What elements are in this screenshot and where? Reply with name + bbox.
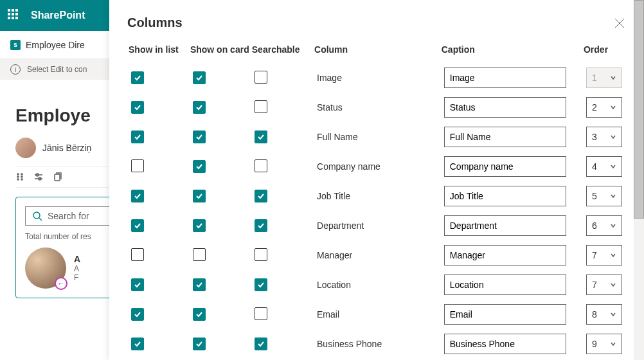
show-in-list-checkbox[interactable] xyxy=(131,278,144,291)
svg-rect-10 xyxy=(55,174,60,181)
scrollbar-thumb[interactable] xyxy=(634,0,644,219)
breadcrumb-label[interactable]: Employee Dire xyxy=(26,40,85,50)
column-name: Department xyxy=(317,221,364,231)
app-launcher-icon[interactable] xyxy=(8,9,21,22)
caption-input[interactable] xyxy=(444,68,566,88)
show-in-list-checkbox[interactable] xyxy=(131,101,144,114)
table-row: Business Phone9 xyxy=(129,330,625,358)
order-select[interactable]: 5 xyxy=(586,186,622,206)
table-row: Location7 xyxy=(129,271,625,299)
order-select[interactable]: 8 xyxy=(586,304,622,325)
employee-name: A xyxy=(74,254,80,264)
caption-input[interactable] xyxy=(444,274,566,295)
drag-handle-icon[interactable] xyxy=(15,172,24,181)
message-text: Select Edit to con xyxy=(27,65,87,74)
searchable-checkbox[interactable] xyxy=(255,278,267,291)
show-in-list-checkbox[interactable] xyxy=(131,159,144,172)
order-value: 9 xyxy=(592,339,597,349)
chevron-down-icon xyxy=(610,75,616,81)
order-value: 7 xyxy=(592,280,597,290)
show-on-card-checkbox[interactable] xyxy=(193,101,206,114)
presence-badge-icon: ← xyxy=(55,277,67,290)
columns-panel: Columns Show in list Show on card Search… xyxy=(109,0,644,360)
table-row: Job Title5 xyxy=(129,182,625,210)
caption-input[interactable] xyxy=(444,186,566,206)
show-in-list-checkbox[interactable] xyxy=(131,219,144,232)
searchable-checkbox[interactable] xyxy=(255,159,267,172)
table-row: Company name4 xyxy=(129,152,625,181)
caption-input[interactable] xyxy=(444,156,566,177)
show-on-card-checkbox[interactable] xyxy=(193,160,206,173)
chevron-down-icon xyxy=(610,341,616,347)
show-in-list-checkbox[interactable] xyxy=(131,71,144,84)
show-on-card-checkbox[interactable] xyxy=(193,308,206,321)
column-name: Location xyxy=(317,280,351,290)
show-on-card-checkbox[interactable] xyxy=(193,71,206,84)
table-row: Full Name3 xyxy=(129,123,625,151)
close-icon[interactable] xyxy=(613,17,626,30)
order-value: 2 xyxy=(592,102,597,113)
chevron-down-icon xyxy=(610,134,616,140)
order-value: 4 xyxy=(592,161,597,172)
header-column: Column xyxy=(314,44,440,62)
settings-slider-icon[interactable] xyxy=(33,172,44,182)
searchable-checkbox[interactable] xyxy=(255,100,267,113)
order-select: 1 xyxy=(586,68,622,88)
svg-line-12 xyxy=(39,218,42,221)
searchable-checkbox[interactable] xyxy=(255,190,267,203)
caption-input[interactable] xyxy=(444,97,566,118)
order-select[interactable]: 4 xyxy=(586,156,622,177)
caption-input[interactable] xyxy=(444,127,566,147)
chevron-down-icon xyxy=(610,282,616,288)
employee-avatar: ← xyxy=(25,248,66,289)
show-on-card-checkbox[interactable] xyxy=(193,338,206,350)
duplicate-icon[interactable] xyxy=(53,172,62,181)
columns-table: Show in list Show on card Searchable Col… xyxy=(127,43,626,360)
show-in-list-checkbox[interactable] xyxy=(131,130,144,143)
caption-input[interactable] xyxy=(444,245,566,266)
search-icon xyxy=(32,211,42,221)
searchable-checkbox[interactable] xyxy=(255,130,267,143)
show-in-list-checkbox[interactable] xyxy=(131,248,144,261)
column-name: Job Title xyxy=(317,191,350,201)
order-value: 6 xyxy=(592,221,597,231)
header-show-on-card: Show on card xyxy=(190,44,251,62)
table-row: Image1 xyxy=(129,64,625,92)
searchable-checkbox[interactable] xyxy=(255,338,267,350)
searchable-checkbox[interactable] xyxy=(255,219,267,232)
header-searchable: Searchable xyxy=(252,44,313,62)
column-name: Email xyxy=(317,309,339,320)
order-value: 5 xyxy=(592,191,597,201)
order-value: 1 xyxy=(592,73,597,83)
order-select[interactable]: 3 xyxy=(586,127,622,147)
site-icon: s xyxy=(10,40,21,50)
order-select[interactable]: 2 xyxy=(586,97,622,118)
show-on-card-checkbox[interactable] xyxy=(193,278,206,291)
show-on-card-checkbox[interactable] xyxy=(193,130,206,143)
column-name: Business Phone xyxy=(317,339,382,349)
searchable-checkbox[interactable] xyxy=(255,71,267,84)
show-on-card-checkbox[interactable] xyxy=(193,219,206,232)
searchable-checkbox[interactable] xyxy=(255,248,267,261)
column-name: Manager xyxy=(317,250,352,260)
searchable-checkbox[interactable] xyxy=(255,307,267,320)
show-in-list-checkbox[interactable] xyxy=(131,190,144,203)
order-select[interactable]: 7 xyxy=(586,274,622,295)
order-select[interactable]: 9 xyxy=(586,334,622,354)
search-placeholder: Search for xyxy=(48,211,89,221)
author-name: Jānis Bērziņ xyxy=(42,143,91,153)
caption-input[interactable] xyxy=(444,334,566,354)
caption-input[interactable] xyxy=(444,215,566,236)
table-row: Department6 xyxy=(129,212,625,240)
product-name: SharePoint xyxy=(31,10,85,21)
order-select[interactable]: 7 xyxy=(586,245,622,266)
show-in-list-checkbox[interactable] xyxy=(131,308,144,321)
show-on-card-checkbox[interactable] xyxy=(193,190,206,203)
svg-point-3 xyxy=(21,176,22,177)
column-name: Image xyxy=(317,73,342,83)
employee-line2: A xyxy=(74,264,80,273)
show-in-list-checkbox[interactable] xyxy=(131,338,144,350)
order-select[interactable]: 6 xyxy=(586,215,622,236)
caption-input[interactable] xyxy=(444,304,566,325)
show-on-card-checkbox[interactable] xyxy=(193,248,206,261)
